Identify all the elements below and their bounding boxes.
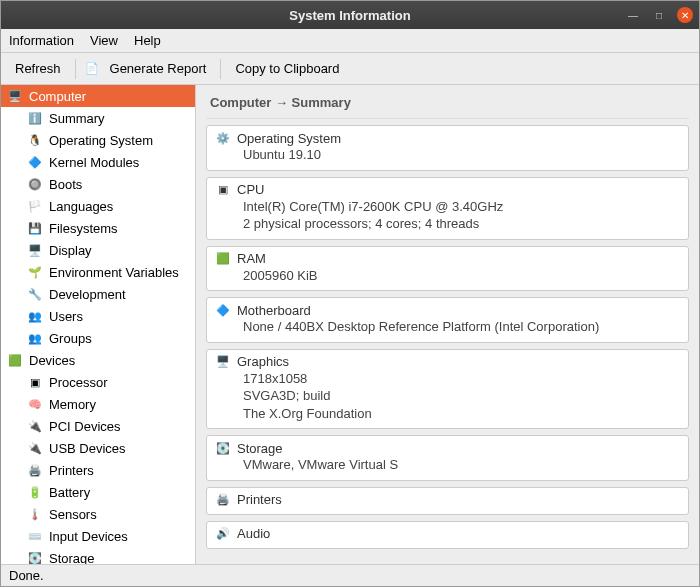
- tree-item-kernel-modules[interactable]: 🔷Kernel Modules: [1, 151, 195, 173]
- tree-item-groups[interactable]: 👥Groups: [1, 327, 195, 349]
- toolbar: Refresh 📄 Generate Report Copy to Clipbo…: [1, 53, 699, 85]
- section-os: ⚙️Operating System Ubuntu 19.10: [206, 125, 689, 171]
- storage-icon: 💽: [215, 440, 231, 456]
- section-title: Audio: [237, 526, 270, 541]
- tree-label: Input Devices: [49, 529, 128, 544]
- display-icon: 🖥️: [215, 354, 231, 370]
- tree-item-operating-system[interactable]: 🐧Operating System: [1, 129, 195, 151]
- section-title: RAM: [237, 251, 266, 266]
- tree-item-filesystems[interactable]: 💾Filesystems: [1, 217, 195, 239]
- cpu-icon: ▣: [215, 182, 231, 198]
- report-icon: 📄: [84, 61, 100, 77]
- copy-clipboard-button[interactable]: Copy to Clipboard: [229, 59, 345, 78]
- cpu-topology: 2 physical processors; 4 cores; 4 thread…: [243, 215, 680, 233]
- tree-label: Storage: [49, 551, 95, 565]
- audio-icon: 🔊: [215, 526, 231, 542]
- motherboard-icon: 🔷: [215, 302, 231, 318]
- tree-item-sensors[interactable]: 🌡️Sensors: [1, 503, 195, 525]
- computer-child-icon: 🐧: [27, 132, 43, 148]
- section-title: Storage: [237, 441, 283, 456]
- tree-label: Languages: [49, 199, 113, 214]
- tree-label: Development: [49, 287, 126, 302]
- gfx-vendor: The X.Org Foundation: [243, 405, 680, 423]
- tree-item-users[interactable]: 👥Users: [1, 305, 195, 327]
- menubar: Information View Help: [1, 29, 699, 53]
- tree-label: Users: [49, 309, 83, 324]
- computer-child-icon: 🔧: [27, 286, 43, 302]
- storage-value: VMware, VMware Virtual S: [243, 456, 680, 474]
- devices-child-icon: 🔋: [27, 484, 43, 500]
- tree-label: Sensors: [49, 507, 97, 522]
- tree-item-input-devices[interactable]: ⌨️Input Devices: [1, 525, 195, 547]
- tree-item-battery[interactable]: 🔋Battery: [1, 481, 195, 503]
- tree-item-pci-devices[interactable]: 🔌PCI Devices: [1, 415, 195, 437]
- tree-label: PCI Devices: [49, 419, 121, 434]
- tree-item-devices[interactable]: 🟩 Devices: [1, 349, 195, 371]
- tree-item-boots[interactable]: 🔘Boots: [1, 173, 195, 195]
- tree-item-summary[interactable]: ℹ️Summary: [1, 107, 195, 129]
- tree-label: Printers: [49, 463, 94, 478]
- tree-item-usb-devices[interactable]: 🔌USB Devices: [1, 437, 195, 459]
- tree-label: Display: [49, 243, 92, 258]
- window-title: System Information: [1, 8, 699, 23]
- section-ram: 🟩RAM 2005960 KiB: [206, 246, 689, 292]
- toolbar-separator: [220, 59, 221, 79]
- sidebar-tree[interactable]: 🖥️ Computer ℹ️Summary🐧Operating System🔷K…: [1, 85, 196, 564]
- tree-label: USB Devices: [49, 441, 126, 456]
- tree-item-computer[interactable]: 🖥️ Computer: [1, 85, 195, 107]
- computer-child-icon: 👥: [27, 308, 43, 324]
- devices-child-icon: 🔌: [27, 440, 43, 456]
- devices-icon: 🟩: [7, 352, 23, 368]
- devices-child-icon: ⌨️: [27, 528, 43, 544]
- devices-child-icon: 🔌: [27, 418, 43, 434]
- tree-item-languages[interactable]: 🏳️Languages: [1, 195, 195, 217]
- close-button[interactable]: ✕: [677, 7, 693, 23]
- tree-label: Memory: [49, 397, 96, 412]
- tree-label: Filesystems: [49, 221, 118, 236]
- section-title: Graphics: [237, 354, 289, 369]
- tree-label: Computer: [29, 89, 86, 104]
- tree-item-printers[interactable]: 🖨️Printers: [1, 459, 195, 481]
- tree-item-development[interactable]: 🔧Development: [1, 283, 195, 305]
- devices-child-icon: ▣: [27, 374, 43, 390]
- tree-label: Kernel Modules: [49, 155, 139, 170]
- generate-report-button[interactable]: Generate Report: [104, 59, 213, 78]
- section-title: Operating System: [237, 131, 341, 146]
- main-panel: Computer → Summary ⚙️Operating System Ub…: [196, 85, 699, 564]
- maximize-button[interactable]: □: [651, 7, 667, 23]
- os-value: Ubuntu 19.10: [243, 146, 680, 164]
- computer-icon: 🖥️: [7, 88, 23, 104]
- gear-icon: ⚙️: [215, 130, 231, 146]
- section-printers: 🖨️Printers: [206, 487, 689, 515]
- status-text: Done.: [9, 568, 44, 583]
- section-title: Motherboard: [237, 303, 311, 318]
- menu-help[interactable]: Help: [134, 33, 161, 48]
- toolbar-separator: [75, 59, 76, 79]
- gfx-resolution: 1718x1058: [243, 370, 680, 388]
- tree-label: Battery: [49, 485, 90, 500]
- tree-item-display[interactable]: 🖥️Display: [1, 239, 195, 261]
- computer-child-icon: 🔷: [27, 154, 43, 170]
- cpu-model: Intel(R) Core(TM) i7-2600K CPU @ 3.40GHz: [243, 198, 680, 216]
- content-area: 🖥️ Computer ℹ️Summary🐧Operating System🔷K…: [1, 85, 699, 564]
- tree-item-processor[interactable]: ▣Processor: [1, 371, 195, 393]
- devices-child-icon: 🖨️: [27, 462, 43, 478]
- menu-view[interactable]: View: [90, 33, 118, 48]
- computer-child-icon: 🖥️: [27, 242, 43, 258]
- breadcrumb: Computer → Summary: [206, 91, 689, 119]
- refresh-button[interactable]: Refresh: [9, 59, 67, 78]
- computer-child-icon: 🔘: [27, 176, 43, 192]
- computer-child-icon: ℹ️: [27, 110, 43, 126]
- devices-child-icon: 💽: [27, 550, 43, 564]
- computer-child-icon: 💾: [27, 220, 43, 236]
- tree-item-storage[interactable]: 💽Storage: [1, 547, 195, 564]
- computer-child-icon: 👥: [27, 330, 43, 346]
- section-graphics: 🖥️Graphics 1718x1058 SVGA3D; build The X…: [206, 349, 689, 430]
- computer-child-icon: 🏳️: [27, 198, 43, 214]
- tree-item-environment-variables[interactable]: 🌱Environment Variables: [1, 261, 195, 283]
- tree-label: Boots: [49, 177, 82, 192]
- tree-item-memory[interactable]: 🧠Memory: [1, 393, 195, 415]
- menu-information[interactable]: Information: [9, 33, 74, 48]
- section-audio: 🔊Audio: [206, 521, 689, 549]
- minimize-button[interactable]: —: [625, 7, 641, 23]
